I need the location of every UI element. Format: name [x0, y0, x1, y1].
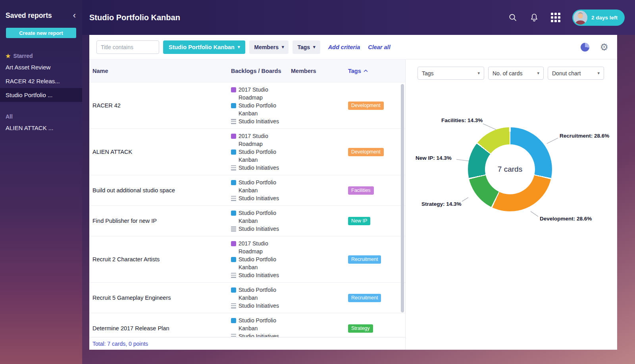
chart-measure-select[interactable]: No. of cards▾ — [488, 67, 544, 80]
table-row[interactable]: Determine 2017 Release Plan Studio Portf… — [89, 313, 405, 337]
board-filter-dropdown[interactable]: Studio Portfolio Kanban▾ — [163, 40, 245, 54]
table-rows: RACER 42 2017 Studio Roadmap Studio Port… — [89, 82, 405, 337]
board-reference[interactable]: Studio Initiatives — [231, 225, 284, 233]
column-header-name[interactable]: Name — [92, 68, 231, 74]
card-tags: New IP — [348, 217, 405, 225]
card-name: Find Publisher for new IP — [92, 218, 231, 224]
card-name: RACER 42 — [92, 102, 231, 109]
backlog-icon — [231, 119, 236, 124]
backlog-icon — [231, 165, 236, 171]
chevron-down-icon: ▾ — [597, 71, 600, 75]
chart-groupby-select[interactable]: Tags▾ — [418, 67, 484, 80]
card-boards: 2017 Studio Roadmap Studio Portfolio Kan… — [231, 239, 291, 279]
card-boards: 2017 Studio Roadmap Studio Portfolio Kan… — [231, 86, 291, 125]
board-reference[interactable]: Studio Portfolio Kanban — [231, 148, 284, 164]
collapse-sidebar-icon[interactable]: ‹ — [73, 11, 76, 20]
card-boards: Studio Portfolio Kanban Studio Initiativ… — [231, 316, 291, 337]
title-filter-input[interactable] — [96, 40, 159, 54]
board-reference[interactable]: 2017 Studio Roadmap — [231, 239, 284, 255]
board-reference[interactable]: Studio Portfolio Kanban — [231, 316, 284, 332]
sidebar-title: Saved reports — [6, 11, 52, 20]
notifications-bell-icon[interactable] — [529, 13, 539, 22]
table-row[interactable]: Find Publisher for new IP Studio Portfol… — [89, 206, 405, 236]
card-tags: Development — [348, 148, 405, 156]
column-header-backlogs-boards[interactable]: Backlogs / Boards — [231, 68, 291, 74]
add-criteria-link[interactable]: Add criteria — [328, 44, 360, 50]
board-icon — [231, 103, 236, 108]
card-boards: 2017 Studio Roadmap Studio Portfolio Kan… — [231, 132, 291, 172]
board-icon — [231, 257, 236, 262]
column-header-tags[interactable]: Tags — [348, 68, 405, 74]
board-reference[interactable]: Studio Initiatives — [231, 332, 284, 337]
chevron-down-icon: ▾ — [282, 45, 284, 49]
all-section: All ALIEN ATTACK ... — [0, 112, 82, 135]
chart-view-icon[interactable] — [581, 43, 589, 52]
board-reference[interactable]: Studio Initiatives — [231, 164, 284, 172]
section-label: Starred — [13, 53, 33, 59]
donut-label-strategy: Strategy: 14.3% — [421, 201, 462, 207]
board-reference[interactable]: 2017 Studio Roadmap — [231, 86, 284, 102]
card-tags: Facilities — [348, 186, 405, 195]
roadmap-icon — [231, 134, 236, 139]
tag-badge: Recruitment — [348, 294, 381, 302]
clear-all-link[interactable]: Clear all — [368, 44, 390, 50]
backlog-icon — [231, 303, 236, 308]
table-scrollbar[interactable] — [401, 84, 404, 312]
donut-label-new-ip: New IP: 14.3% — [416, 155, 452, 161]
backlog-icon — [231, 226, 236, 232]
table-row[interactable]: Recruit 2 Character Artists 2017 Studio … — [89, 236, 405, 283]
roadmap-icon — [231, 241, 236, 246]
chart-panel: Tags▾ No. of cards▾ Donut chart▾ 7 cards — [406, 59, 617, 350]
tag-badge: Facilities — [348, 186, 374, 195]
user-avatar[interactable] — [573, 11, 587, 25]
sidebar-item-studio-portfolio[interactable]: Studio Portfolio ... — [0, 88, 82, 102]
board-reference[interactable]: Studio Portfolio Kanban — [231, 178, 284, 194]
roadmap-icon — [231, 87, 236, 92]
page-title: Studio Portfolio Kanban — [89, 13, 180, 22]
sidebar-item-art-asset-review[interactable]: Art Asset Review — [0, 60, 82, 74]
board-reference[interactable]: Studio Initiatives — [231, 194, 284, 202]
card-tags: Recruitment — [348, 255, 405, 264]
card-name: Recruit 2 Character Artists — [92, 256, 231, 262]
card-boards: Studio Portfolio Kanban Studio Initiativ… — [231, 209, 291, 233]
board-icon — [231, 318, 236, 323]
members-filter-dropdown[interactable]: Members▾ — [249, 40, 289, 54]
board-reference[interactable]: Studio Initiatives — [231, 302, 284, 310]
board-reference[interactable]: Studio Portfolio Kanban — [231, 209, 284, 225]
settings-gear-icon[interactable]: ⚙ — [600, 42, 608, 52]
sidebar-item-alien-attack[interactable]: ALIEN ATTACK ... — [0, 121, 82, 135]
report-content: Studio Portfolio Kanban▾ Members▾ Tags▾ … — [89, 35, 617, 350]
table-row[interactable]: Build out additional studio space Studio… — [89, 175, 405, 206]
board-reference[interactable]: Studio Portfolio Kanban — [231, 286, 284, 302]
board-reference[interactable]: Studio Initiatives — [231, 271, 284, 279]
board-reference[interactable]: Studio Portfolio Kanban — [231, 102, 284, 117]
search-icon[interactable] — [508, 13, 518, 22]
column-header-members[interactable]: Members — [291, 68, 348, 74]
table-row[interactable]: Recruit 5 Gameplay Engineers Studio Port… — [89, 283, 405, 313]
card-tags: Development — [348, 102, 405, 110]
board-icon — [231, 149, 236, 155]
board-reference[interactable]: Studio Initiatives — [231, 117, 284, 125]
sort-asc-icon — [364, 69, 368, 72]
sidebar-item-racer-42-releases[interactable]: RACER 42 Releas... — [0, 74, 82, 88]
donut-label-development: Development: 28.6% — [540, 216, 592, 222]
board-reference[interactable]: 2017 Studio Roadmap — [231, 132, 284, 148]
apps-grid-icon[interactable] — [551, 13, 560, 22]
table-row[interactable]: ALIEN ATTACK 2017 Studio Roadmap Studio … — [89, 129, 405, 175]
trial-days-left: 2 days left — [591, 15, 618, 21]
backlog-icon — [231, 196, 236, 201]
create-report-button[interactable]: Create new report — [6, 28, 76, 38]
donut-chart: 7 cards — [468, 127, 552, 211]
header-actions: 2 days left — [508, 10, 625, 26]
chevron-down-icon: ▾ — [477, 71, 480, 75]
tag-badge: Strategy — [348, 324, 373, 333]
tag-badge: Recruitment — [348, 255, 381, 264]
chart-type-select[interactable]: Donut chart▾ — [548, 67, 604, 80]
board-reference[interactable]: Studio Portfolio Kanban — [231, 255, 284, 271]
backlog-icon — [231, 273, 236, 278]
trial-badge[interactable]: 2 days left — [572, 10, 625, 26]
table-row[interactable]: RACER 42 2017 Studio Roadmap Studio Port… — [89, 82, 405, 129]
tag-badge: New IP — [348, 217, 370, 225]
tags-filter-dropdown[interactable]: Tags▾ — [292, 40, 320, 54]
card-name: Determine 2017 Release Plan — [92, 325, 231, 331]
